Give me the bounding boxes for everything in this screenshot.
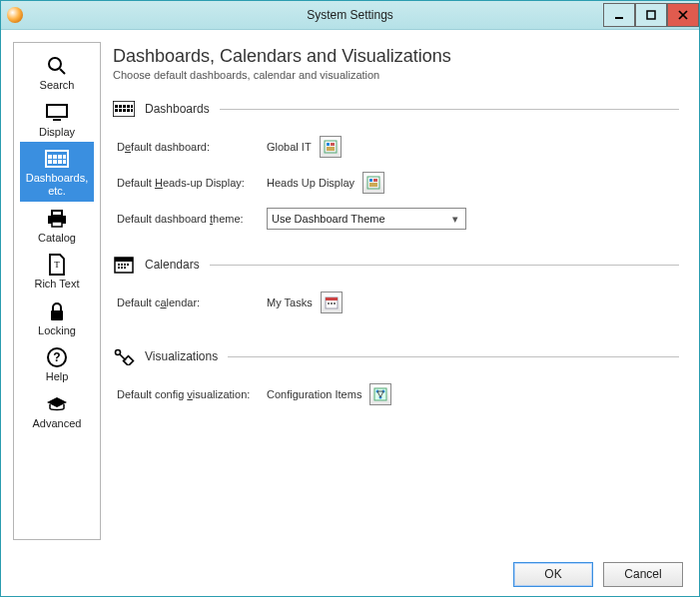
svg-rect-13 <box>48 160 52 164</box>
page-title: Dashboards, Calendars and Visualizations <box>113 46 679 67</box>
svg-rect-11 <box>58 155 62 159</box>
svg-rect-49 <box>118 267 120 269</box>
printer-icon <box>44 208 70 230</box>
sidebar-item-label: Rich Text <box>34 278 79 291</box>
svg-text:?: ? <box>53 350 60 364</box>
page-subtitle: Choose default dashboards, calendar and … <box>113 69 679 81</box>
window-root: System Settings Search Display Dashboard… <box>0 0 700 597</box>
svg-rect-21 <box>51 310 63 320</box>
row-default-config-viz: Default config visualization: Configurat… <box>117 382 679 406</box>
main-panel: Dashboards, Calendars and Visualizations… <box>109 42 687 540</box>
client-area: Search Display Dashboards, etc. Catalog … <box>1 30 699 596</box>
svg-rect-18 <box>52 211 62 216</box>
graduation-cap-icon <box>44 393 70 415</box>
svg-rect-50 <box>121 267 123 269</box>
sidebar-item-label: Display <box>39 126 75 139</box>
lock-icon <box>44 300 70 322</box>
svg-point-57 <box>116 350 121 355</box>
combo-default-theme[interactable]: Use Dashboard Theme ▾ <box>267 208 466 230</box>
svg-rect-19 <box>52 222 62 227</box>
svg-rect-42 <box>369 183 377 187</box>
picker-default-config-viz[interactable] <box>369 383 391 405</box>
value-default-config-viz: Configuration Items <box>267 388 361 400</box>
svg-rect-9 <box>48 155 52 159</box>
divider <box>228 356 679 357</box>
svg-rect-51 <box>124 267 126 269</box>
ok-button[interactable]: OK <box>513 562 593 587</box>
visualization-icon <box>113 346 135 366</box>
cancel-button[interactable]: Cancel <box>603 562 683 587</box>
dashboard-icon <box>113 99 135 119</box>
svg-text:T: T <box>54 260 60 270</box>
svg-rect-44 <box>115 258 133 262</box>
sidebar-item-help[interactable]: ? Help <box>20 340 94 387</box>
svg-rect-54 <box>328 302 330 304</box>
sidebar-item-label: Help <box>46 370 69 383</box>
divider <box>220 109 679 110</box>
label-default-calendar: Default calendar: <box>117 297 267 308</box>
sidebar-item-display[interactable]: Display <box>20 96 94 143</box>
svg-rect-31 <box>119 109 122 112</box>
monitor-icon <box>44 102 70 124</box>
combo-value: Use Dashboard Theme <box>272 213 385 225</box>
svg-rect-40 <box>369 179 372 182</box>
svg-rect-10 <box>53 155 57 159</box>
svg-rect-28 <box>127 105 130 108</box>
sidebar-item-label: Search <box>40 79 75 92</box>
svg-rect-29 <box>131 105 133 108</box>
sidebar-item-dashboards[interactable]: Dashboards, etc. <box>20 142 94 201</box>
label-default-theme: Default dashboard theme: <box>117 213 267 225</box>
svg-rect-33 <box>127 109 130 112</box>
body: Search Display Dashboards, etc. Catalog … <box>1 30 699 552</box>
svg-rect-48 <box>127 264 129 266</box>
dashboard-icon <box>44 148 70 170</box>
sidebar-item-advanced[interactable]: Advanced <box>20 387 94 434</box>
text-file-icon: T <box>44 254 70 276</box>
sidebar-item-label: Catalog <box>38 232 76 245</box>
svg-rect-16 <box>63 160 66 164</box>
picker-default-calendar[interactable] <box>321 292 343 313</box>
svg-rect-58 <box>124 356 134 365</box>
sidebar-item-label: Locking <box>38 324 76 337</box>
sidebar-item-locking[interactable]: Locking <box>20 295 94 341</box>
svg-rect-55 <box>331 302 333 304</box>
picker-default-dashboard[interactable] <box>320 136 342 158</box>
svg-rect-36 <box>327 143 330 146</box>
sidebar-item-label: Advanced <box>33 417 82 430</box>
section-visualizations-header: Visualizations <box>113 346 679 366</box>
footer: OK Cancel <box>1 552 699 596</box>
svg-rect-45 <box>118 264 120 266</box>
sidebar-item-catalog[interactable]: Catalog <box>20 202 94 249</box>
divider <box>210 265 679 266</box>
value-default-dashboard: Global IT <box>267 141 312 153</box>
svg-rect-47 <box>124 264 126 266</box>
svg-rect-46 <box>121 264 123 266</box>
svg-rect-56 <box>334 302 336 304</box>
svg-rect-6 <box>47 105 67 117</box>
sidebar-item-richtext[interactable]: T Rich Text <box>20 248 94 295</box>
svg-rect-15 <box>58 160 62 164</box>
search-icon <box>44 55 70 77</box>
sidebar-item-search[interactable]: Search <box>20 49 94 96</box>
svg-rect-32 <box>123 109 126 112</box>
svg-rect-37 <box>331 143 335 146</box>
value-default-calendar: My Tasks <box>267 297 313 308</box>
value-default-hud: Heads Up Display <box>267 177 354 189</box>
titlebar[interactable]: System Settings <box>1 1 699 30</box>
svg-line-5 <box>60 69 65 74</box>
section-calendars-header: Calendars <box>113 255 679 275</box>
svg-rect-25 <box>115 105 118 108</box>
svg-rect-34 <box>131 109 133 112</box>
svg-rect-41 <box>373 179 377 182</box>
section-dashboards-header: Dashboards <box>113 99 679 119</box>
svg-rect-30 <box>115 109 118 112</box>
label-default-config-viz: Default config visualization: <box>117 388 267 400</box>
chevron-down-icon: ▾ <box>448 212 462 226</box>
help-icon: ? <box>44 346 70 368</box>
picker-default-hud[interactable] <box>362 172 384 194</box>
svg-rect-12 <box>63 155 66 159</box>
svg-rect-14 <box>53 160 57 164</box>
window-title: System Settings <box>1 8 699 22</box>
section-title: Dashboards <box>145 102 210 116</box>
section-title: Visualizations <box>145 349 218 363</box>
